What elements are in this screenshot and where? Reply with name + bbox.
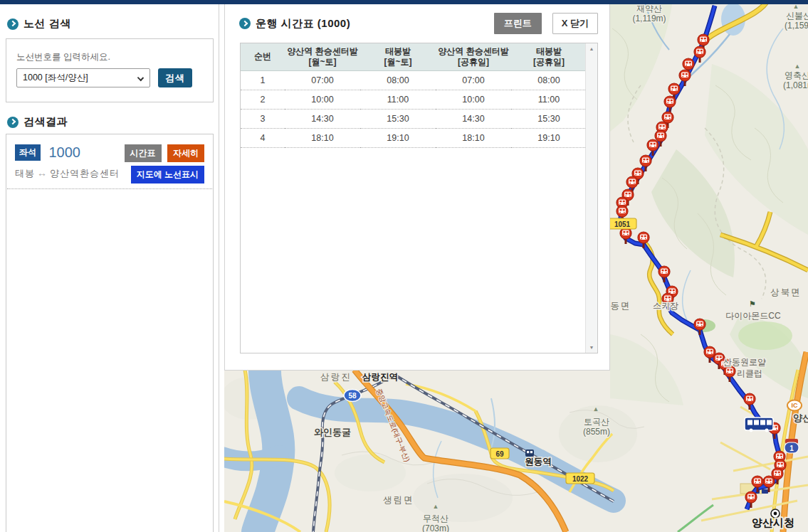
svg-text:58: 58	[348, 392, 357, 400]
timetable-table: 순번양산역 환승센터발[월~토]태봉발[월~토]양산역 환승센터발[공휴일]태봉…	[241, 43, 587, 148]
map-label: 산동원로얄	[723, 357, 766, 367]
map-label: 영축산	[785, 70, 808, 80]
table-cell: 19:10	[360, 128, 436, 147]
scroll-down-icon[interactable]: ▼	[586, 345, 597, 350]
table-row: 418:1019:1018:1019:10	[241, 128, 587, 147]
table-cell: 18:10	[285, 128, 360, 147]
seat-type-badge: 좌석	[15, 144, 41, 161]
map-label: 리클럽	[737, 368, 762, 378]
scrollbar[interactable]: ▲ ▼	[585, 43, 597, 353]
map-label: 삼랑진	[320, 372, 352, 382]
section-arrow-icon	[239, 18, 251, 29]
table-cell: 10:00	[285, 90, 360, 109]
road-badge-58: 58	[344, 390, 361, 402]
map-label: (1,081m)	[783, 80, 808, 90]
search-result-item: 좌석 1000 태봉↔양산역환승센터 시간표 자세히 지도에 노선표시	[6, 134, 214, 532]
dotted-divider	[7, 188, 212, 189]
road-badge-1022: 1022	[566, 473, 594, 484]
timetable-panel: 운행 시간표 (1000) 프린트 X 닫기 순번양산역 환승센터발[월~토]태…	[224, 4, 610, 371]
map-label: 원동역	[525, 457, 552, 467]
table-cell: 15:30	[360, 109, 436, 128]
map-label: 동면	[611, 301, 631, 311]
close-button[interactable]: X 닫기	[552, 13, 598, 34]
table-cell: 15:30	[511, 109, 587, 128]
sidebar-divider	[219, 4, 219, 532]
map-label: 삼랑진역	[362, 372, 398, 382]
column-header: 태봉발[월~토]	[360, 43, 436, 70]
map-label: 무척산	[423, 514, 448, 523]
route-search-header: 노선 검색	[7, 17, 71, 31]
map-label: 양산시청	[752, 516, 794, 528]
table-row: 210:0011:0010:0011:00	[241, 90, 587, 109]
table-row: 107:0008:0007:0008:00	[241, 70, 587, 90]
map-label: 와인동굴	[314, 427, 351, 437]
map-label: 신불산	[786, 11, 808, 21]
column-header: 태봉발[공휴일]	[511, 43, 587, 70]
mountain-peak-icon: ▲	[433, 503, 439, 510]
cityhall-marker-dot	[774, 512, 777, 516]
route-select-value: 1000 [좌석/양산]	[23, 72, 88, 84]
timetable-header: 순번양산역 환승센터발[월~토]태봉발[월~토]양산역 환승센터발[공휴일]태봉…	[241, 43, 587, 70]
table-cell: 14:30	[436, 109, 511, 128]
top-navy-bar	[0, 0, 808, 4]
column-header: 양산역 환승센터발[공휴일]	[436, 43, 511, 70]
table-cell: 3	[241, 109, 285, 128]
table-cell: 1	[241, 70, 285, 90]
map-label: (703m)	[422, 523, 449, 532]
map-label: 스키장	[653, 301, 678, 311]
table-cell: 4	[241, 128, 285, 147]
bus-vehicle-icon[interactable]	[745, 417, 773, 432]
double-arrow-icon: ↔	[35, 167, 50, 179]
show-on-map-button[interactable]: 지도에 노선표시	[131, 166, 204, 183]
svg-text:IC: IC	[792, 402, 799, 409]
table-cell: 07:00	[436, 70, 511, 90]
timetable-table-container: 순번양산역 환승센터발[월~토]태봉발[월~토]양산역 환승센터발[공휴일]태봉…	[240, 43, 598, 353]
map-label: 상북면	[770, 287, 802, 297]
map-label: 생림면	[383, 495, 414, 505]
route-number-hint: 노선번호를 입력하세요.	[16, 51, 110, 63]
table-cell: 11:00	[511, 90, 587, 109]
detail-button[interactable]: 자세히	[167, 144, 204, 162]
table-cell: 18:10	[436, 128, 511, 147]
mountain-peak-icon: ▲	[794, 63, 801, 70]
mountain-peak-icon: ▲	[593, 405, 599, 413]
print-button[interactable]: 프린트	[494, 13, 542, 34]
map-label: 다이아몬드CC	[725, 311, 781, 321]
svg-text:1: 1	[789, 445, 794, 452]
route-search-box: 노선번호를 입력하세요. 1000 [좌석/양산] 검색	[6, 38, 214, 102]
timetable-title: 운행 시간표 (1000)	[256, 17, 489, 31]
table-cell: 07:00	[285, 70, 360, 90]
table-cell: 11:00	[360, 90, 436, 109]
table-cell: 14:30	[285, 109, 360, 128]
route-endpoints: 태봉↔양산역환승센터	[15, 167, 122, 180]
section-arrow-icon	[7, 117, 19, 128]
svg-text:69: 69	[495, 450, 504, 458]
map-label: 양산	[793, 413, 808, 423]
table-row: 314:3015:3014:3015:30	[241, 109, 587, 128]
table-cell: 08:00	[511, 70, 587, 90]
road-badge-1051: 1051	[608, 218, 636, 229]
search-button[interactable]: 검색	[158, 68, 192, 87]
search-results-header: 검색결과	[7, 115, 68, 129]
scroll-up-icon[interactable]: ▲	[586, 46, 597, 51]
train-station-icon	[525, 449, 534, 457]
road-badge-69: 69	[490, 448, 509, 459]
route-search-title: 노선 검색	[23, 17, 71, 31]
map-label: (1,159m)	[785, 21, 808, 31]
golf-flag-icon: ⚑	[749, 299, 756, 308]
svg-text:1022: 1022	[572, 475, 589, 483]
svg-text:1051: 1051	[614, 220, 631, 228]
route-select[interactable]: 1000 [좌석/양산]	[16, 68, 150, 87]
road-badge-IC: IC	[787, 400, 802, 411]
road-badge-1: 1	[785, 439, 799, 453]
search-results-title: 검색결과	[23, 115, 68, 129]
table-cell: 19:10	[511, 128, 587, 147]
table-cell: 08:00	[360, 70, 436, 90]
table-cell: 10:00	[436, 90, 511, 109]
timetable-button[interactable]: 시간표	[125, 144, 162, 162]
map-label: (855m)	[583, 427, 610, 437]
table-cell: 2	[241, 90, 285, 109]
sidebar: 노선 검색 노선번호를 입력하세요. 1000 [좌석/양산] 검색 검색결과 …	[0, 4, 224, 532]
section-arrow-icon	[7, 18, 19, 30]
map-label: 토곡산	[584, 417, 609, 427]
